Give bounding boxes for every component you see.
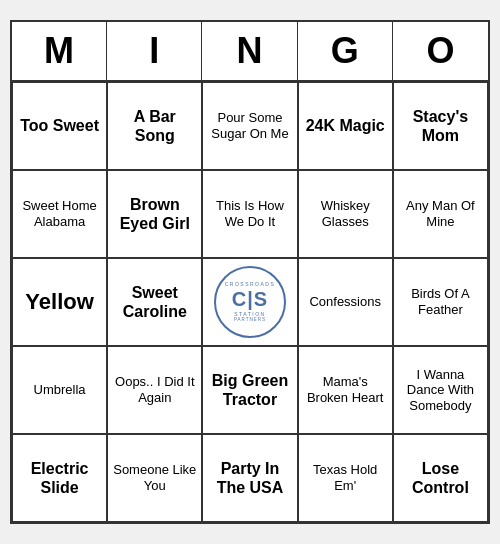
header-letter: M	[12, 22, 107, 80]
cell-3-3: Mama's Broken Heart	[298, 346, 393, 434]
cell-1-0: Sweet Home Alabama	[12, 170, 107, 258]
cell-4-0: Electric Slide	[12, 434, 107, 522]
header-letter: N	[202, 22, 297, 80]
cell-0-3: 24K Magic	[298, 82, 393, 170]
cell-1-2: This Is How We Do It	[202, 170, 297, 258]
cell-4-2: Party In The USA	[202, 434, 297, 522]
cell-2-4: Birds Of A Feather	[393, 258, 488, 346]
header-letter: O	[393, 22, 488, 80]
cell-1-1: Brown Eyed Girl	[107, 170, 202, 258]
cell-2-3: Confessions	[298, 258, 393, 346]
cell-3-0: Umbrella	[12, 346, 107, 434]
cell-2-1: Sweet Caroline	[107, 258, 202, 346]
cell-2-2: CROSSROADS C|S STATION PARTNERS	[202, 258, 297, 346]
header-letter: I	[107, 22, 202, 80]
bingo-card: MINGO Too SweetA Bar SongPour Some Sugar…	[10, 20, 490, 524]
cell-0-2: Pour Some Sugar On Me	[202, 82, 297, 170]
cell-4-4: Lose Control	[393, 434, 488, 522]
bingo-grid: Too SweetA Bar SongPour Some Sugar On Me…	[12, 82, 488, 522]
cell-4-1: Someone Like You	[107, 434, 202, 522]
cell-0-4: Stacy's Mom	[393, 82, 488, 170]
cell-4-3: Texas Hold Em'	[298, 434, 393, 522]
header-letter: G	[298, 22, 393, 80]
cell-0-1: A Bar Song	[107, 82, 202, 170]
cell-2-0: Yellow	[12, 258, 107, 346]
cell-1-4: Any Man Of Mine	[393, 170, 488, 258]
cell-3-1: Oops.. I Did It Again	[107, 346, 202, 434]
cell-0-0: Too Sweet	[12, 82, 107, 170]
bingo-header: MINGO	[12, 22, 488, 82]
cell-3-4: I Wanna Dance With Somebody	[393, 346, 488, 434]
cell-3-2: Big Green Tractor	[202, 346, 297, 434]
cell-1-3: Whiskey Glasses	[298, 170, 393, 258]
